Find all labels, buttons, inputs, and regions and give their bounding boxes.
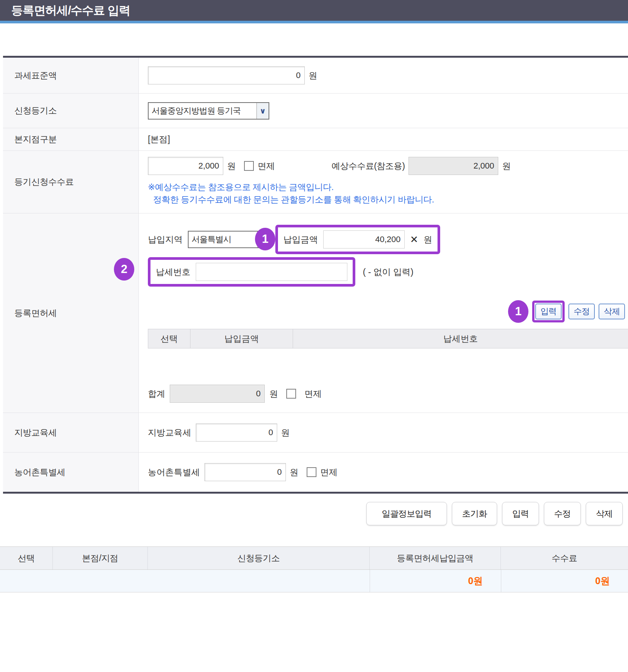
- local-edu-tax-field-label: 지방교육세: [148, 427, 191, 439]
- edit-button[interactable]: 수정: [544, 502, 581, 525]
- summary-table: 선택 본점/지점 신청등기소 등록면허세납입금액 수수료 0원 0원: [0, 546, 628, 592]
- row-branch-type: 본지점구분 [본점]: [3, 128, 628, 151]
- license-tax-delete-button[interactable]: 삭제: [599, 304, 625, 319]
- estimate-fee-input: [408, 157, 498, 175]
- chevron-down-icon[interactable]: ∨: [256, 103, 269, 119]
- row-registry-office: 신청등기소 서울중앙지방법원 등기국 ∨: [3, 94, 628, 128]
- fee-note-line1: ※예상수수료는 참조용으로 제시하는 금액입니다.: [148, 181, 628, 193]
- summary-cell-branch: [53, 570, 148, 592]
- fee-note-line2: 정확한 등기수수료에 대한 문의는 관할등기소를 통해 확인하시기 바랍니다.: [148, 193, 628, 206]
- step-badge-1: 1: [508, 300, 528, 323]
- branch-type-label: 본지점구분: [3, 128, 139, 150]
- step-badge-2: 2: [114, 258, 134, 281]
- registration-fee-input[interactable]: [148, 157, 223, 175]
- page-title: 등록면허세/수수료 입력: [11, 3, 130, 18]
- pay-region-selected: 서울특별시: [189, 234, 234, 245]
- rural-tax-input[interactable]: [204, 463, 286, 481]
- registration-fee-exempt-checkbox[interactable]: [244, 161, 254, 171]
- tax-number-input[interactable]: [196, 263, 347, 281]
- summary-cell-select: [0, 570, 53, 592]
- summary-col-license-tax-amount: 등록면허세납입금액: [370, 547, 501, 569]
- registry-office-selected: 서울중앙지방법원 등기국: [149, 105, 244, 117]
- row-registration-fee: 등기신청수수료 원 면제 예상수수료(참조용) 원 ※예상수수료는 참조용으로 …: [3, 151, 628, 213]
- total-input: [170, 385, 265, 403]
- input-button-highlight-box: 입력: [532, 301, 565, 322]
- local-edu-tax-input[interactable]: [196, 423, 277, 442]
- reset-button[interactable]: 초기화: [452, 502, 497, 525]
- registry-office-select[interactable]: 서울중앙지방법원 등기국 ∨: [148, 102, 269, 120]
- summary-cell-fee: 0원: [501, 570, 628, 592]
- license-tax-edit-button[interactable]: 수정: [568, 304, 595, 319]
- summary-cell-license-tax-amount: 0원: [370, 570, 501, 592]
- tax-number-hint: ( - 없이 입력): [363, 266, 413, 278]
- delete-button[interactable]: 삭제: [586, 502, 623, 525]
- tax-base-label: 과세표준액: [3, 58, 139, 93]
- bulk-input-button[interactable]: 일괄정보입력: [366, 502, 447, 525]
- page: 등록면허세/수수료 입력 과세표준액 원 신청등기소 서울중앙지방법원 등기국 …: [0, 0, 628, 672]
- summary-table-header: 선택 본점/지점 신청등기소 등록면허세납입금액 수수료: [0, 546, 628, 570]
- registration-fee-label: 등기신청수수료: [3, 151, 139, 213]
- col-header-select: 선택: [148, 329, 190, 348]
- row-tax-base: 과세표준액 원: [3, 58, 628, 94]
- local-edu-tax-label: 지방교육세: [3, 413, 139, 452]
- summary-col-registry: 신청등기소: [148, 547, 370, 569]
- rural-tax-exempt-label: 면제: [320, 466, 338, 478]
- row-license-tax: 등록면허세 납입지역 서울특별시 ∨ 1 납입금액 ✕: [3, 213, 628, 413]
- summary-col-branch: 본점/지점: [53, 547, 148, 569]
- pay-region-label: 납입지역: [148, 234, 183, 245]
- col-header-amount: 납입금액: [190, 329, 293, 348]
- total-exempt-checkbox[interactable]: [286, 389, 296, 399]
- license-tax-table: 선택 납입금액 납세번호: [148, 329, 628, 385]
- branch-type-value: [본점]: [148, 133, 170, 145]
- summary-col-fee: 수수료: [501, 547, 628, 569]
- summary-license-tax-amount-value: 0원: [370, 575, 501, 587]
- summary-fee-value: 0원: [501, 575, 628, 587]
- estimate-fee-label: 예상수수료(참조용): [332, 160, 405, 172]
- license-tax-table-empty-body: [148, 348, 628, 385]
- rural-tax-label: 농어촌특별세: [3, 453, 139, 492]
- license-tax-table-header: 선택 납입금액 납세번호: [148, 329, 628, 348]
- tax-number-label: 납세번호: [156, 266, 190, 278]
- registry-office-label: 신청등기소: [3, 94, 139, 128]
- registration-fee-unit: 원: [227, 160, 236, 172]
- tax-base-input[interactable]: [148, 66, 305, 84]
- total-unit: 원: [269, 388, 278, 400]
- rural-tax-field-label: 농어촌특별세: [148, 466, 200, 478]
- pay-amount-highlight-box: 납입금액 ✕ 원: [275, 225, 440, 254]
- col-header-tax-no: 납세번호: [293, 329, 628, 348]
- total-label: 합계: [148, 388, 165, 400]
- fee-note: ※예상수수료는 참조용으로 제시하는 금액입니다. 정확한 등기수수료에 대한 …: [148, 181, 628, 206]
- total-exempt-label: 면제: [304, 388, 322, 400]
- action-button-row: 일괄정보입력 초기화 입력 수정 삭제: [0, 502, 623, 525]
- registration-fee-exempt-label: 면제: [258, 160, 275, 172]
- pay-amount-input[interactable]: [323, 230, 405, 249]
- summary-col-select: 선택: [0, 547, 53, 569]
- license-tax-label: 등록면허세: [3, 213, 139, 413]
- title-bar: 등록면허세/수수료 입력: [0, 0, 628, 23]
- tax-number-highlight-box: 납세번호: [148, 257, 355, 287]
- main-form-table: 과세표준액 원 신청등기소 서울중앙지방법원 등기국 ∨ 본지점구분 [본점]: [3, 56, 628, 494]
- estimate-fee-unit: 원: [502, 160, 511, 172]
- row-local-edu-tax: 지방교육세 지방교육세 원: [3, 413, 628, 453]
- tax-base-unit: 원: [309, 70, 317, 81]
- step-badge-1: 1: [255, 228, 275, 250]
- rural-tax-exempt-checkbox[interactable]: [307, 467, 316, 477]
- rural-tax-unit: 원: [290, 466, 298, 478]
- pay-amount-label: 납입금액: [283, 234, 318, 245]
- local-edu-tax-unit: 원: [281, 427, 290, 439]
- summary-cell-registry: [148, 570, 370, 592]
- pay-amount-unit: 원: [424, 234, 432, 245]
- row-rural-tax: 농어촌특별세 농어촌특별세 원 면제: [3, 453, 628, 492]
- input-button[interactable]: 입력: [502, 502, 539, 525]
- summary-table-row[interactable]: 0원 0원: [0, 570, 628, 592]
- clear-amount-icon[interactable]: ✕: [410, 235, 418, 244]
- license-tax-input-button[interactable]: 입력: [535, 304, 562, 319]
